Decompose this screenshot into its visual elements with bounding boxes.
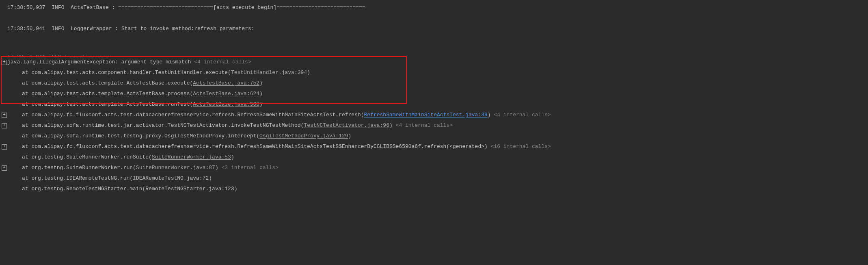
trace-text: at com.alipay.fc.fluxconf.acts.test.data… <box>22 112 364 118</box>
trace-line: +at com.alipay.sofa.runtime.test.jar.act… <box>0 120 868 131</box>
log-line: 17:38:50,937 INFO ActsTestBase : =======… <box>0 2 868 13</box>
source-link[interactable]: ActsTestBase.java:752 <box>193 80 259 86</box>
trace-text: ) <box>348 133 352 139</box>
log-message: ==============================[acts exec… <box>118 4 365 11</box>
source-link[interactable]: TestNGTestActivator.java:96 <box>304 122 389 128</box>
trace-text: ) <box>215 165 218 171</box>
trace-line: at org.testng.RemoteTestNGStarter.main(R… <box>0 184 868 194</box>
trace-lines: at com.alipay.test.acts.component.handle… <box>0 67 868 194</box>
source-link[interactable]: ActsTestBase.java:624 <box>193 91 259 97</box>
trace-text: ) <box>259 80 263 86</box>
internal-calls-label: <4 internal calls> <box>491 112 551 118</box>
trace-line: at com.alipay.sofa.runtime.test.testng.p… <box>0 131 868 141</box>
trace-text: at com.alipay.fc.fluxconf.acts.test.data… <box>22 143 488 150</box>
trace-line: at com.alipay.test.acts.template.ActsTes… <box>0 99 868 110</box>
log-logger: ActsTestBase <box>71 4 109 11</box>
trace-text: at com.alipay.test.acts.component.handle… <box>22 70 231 76</box>
log-level: INFO <box>52 26 64 32</box>
source-link[interactable]: ActsTestBase.java:568 <box>193 101 259 107</box>
log-timestamp: 17:38:50,937 <box>7 4 45 11</box>
source-link[interactable]: TestUnitHandler.java:294 <box>231 70 307 76</box>
stacktrace-block: 17:38:50,941 INFO LoggerWrapper : + java… <box>0 52 868 194</box>
log-line: 17:38:50,941 INFO LoggerWrapper : Start … <box>0 24 868 34</box>
trace-text: at com.alipay.sofa.runtime.test.testng.p… <box>22 133 259 139</box>
source-link[interactable]: OsgiTestMethodProxy.java:129 <box>259 133 348 139</box>
expand-icon[interactable]: + <box>2 123 7 128</box>
source-link[interactable]: SuiteRunnerWorker.java:87 <box>136 165 215 171</box>
source-link[interactable]: SuiteRunnerWorker.java:53 <box>152 154 231 160</box>
trace-text: at org.testng.RemoteTestNGStarter.main(R… <box>22 186 238 192</box>
exception-text: java.lang.IllegalArgumentException: argu… <box>7 59 191 65</box>
blank-line <box>0 13 868 24</box>
trace-line: at org.testng.SuiteRunnerWorker.runSuite… <box>0 152 868 163</box>
log-timestamp: 17:38:50,941 <box>7 26 45 32</box>
blank-line <box>0 34 868 45</box>
trace-text: ) <box>259 91 263 97</box>
trace-line: +at com.alipay.fc.fluxconf.acts.test.dat… <box>0 110 868 120</box>
trace-text: at org.testng.SuiteRunnerWorker.runSuite… <box>22 154 152 160</box>
console-output: 17:38:50,937 INFO ActsTestBase : =======… <box>0 0 868 194</box>
internal-calls-label: <16 internal calls> <box>488 143 551 150</box>
trace-text: at com.alipay.test.acts.template.ActsTes… <box>22 91 193 97</box>
trace-text: ) <box>488 112 491 118</box>
expand-icon[interactable]: + <box>2 60 7 65</box>
expand-icon[interactable]: + <box>2 113 7 118</box>
trace-line: at com.alipay.test.acts.template.ActsTes… <box>0 78 868 89</box>
log-level: INFO <box>52 4 64 11</box>
trace-line: +at com.alipay.fc.fluxconf.acts.test.dat… <box>0 141 868 152</box>
expand-icon[interactable]: + <box>2 165 7 171</box>
trace-line: at com.alipay.test.acts.component.handle… <box>0 67 868 78</box>
internal-calls-label: <3 internal calls> <box>218 165 279 171</box>
trace-text: at com.alipay.test.acts.template.ActsTes… <box>22 101 193 107</box>
trace-text: at org.testng.SuiteRunnerWorker.run( <box>22 165 136 171</box>
trace-text: at com.alipay.sofa.runtime.test.jar.acti… <box>22 122 304 128</box>
trace-line: +at org.testng.SuiteRunnerWorker.run(Sui… <box>0 163 868 173</box>
trace-line: at com.alipay.test.acts.template.ActsTes… <box>0 89 868 99</box>
trace-text: at org.testng.IDEARemoteTestNG.run(IDEAR… <box>22 175 212 181</box>
internal-calls-label: <4 internal calls> <box>393 122 453 128</box>
trace-text: ) <box>389 122 393 128</box>
trace-text: ) <box>307 70 310 76</box>
exception-header: + java.lang.IllegalArgumentException: ar… <box>0 57 868 67</box>
trace-text: ) <box>231 154 234 160</box>
log-logger: LoggerWrapper <box>71 26 112 32</box>
trace-text: at com.alipay.test.acts.template.ActsTes… <box>22 80 193 86</box>
internal-calls-label: <4 internal calls> <box>194 59 251 65</box>
expand-icon[interactable]: + <box>2 144 7 150</box>
cutoff-log-line: 17:38:50,941 INFO LoggerWrapper : <box>0 52 868 57</box>
trace-line: at org.testng.IDEARemoteTestNG.run(IDEAR… <box>0 173 868 184</box>
log-message: Start to invoke method:refresh parameter… <box>121 26 255 32</box>
source-link[interactable]: RefreshSameWithMainSiteActsTest.java:39 <box>364 112 488 118</box>
trace-text: ) <box>259 101 263 107</box>
